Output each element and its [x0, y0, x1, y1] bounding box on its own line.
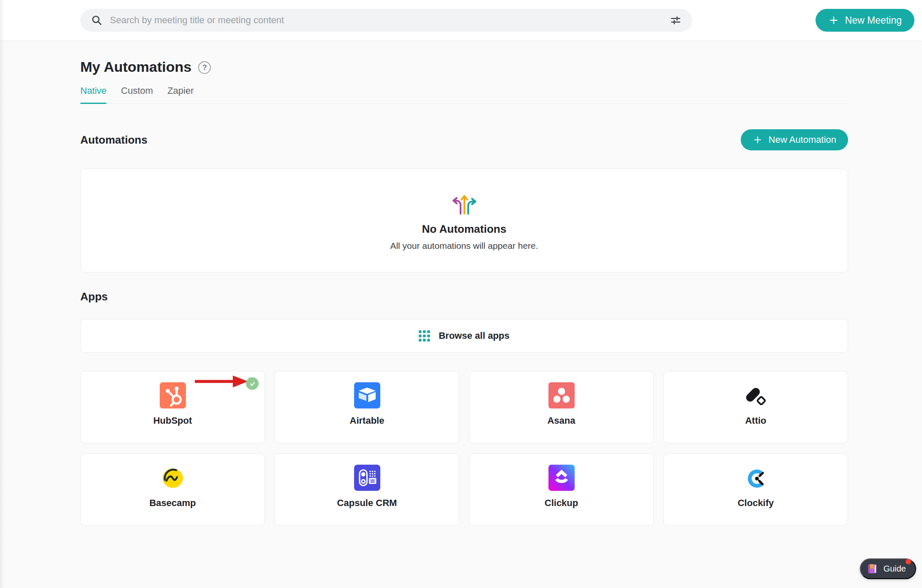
tab-bar: Native Custom Zapier [80, 85, 848, 104]
empty-state-subtitle: All your automations will appear here. [390, 241, 538, 251]
app-name: Clockify [738, 498, 774, 509]
browse-all-apps-label: Browse all apps [439, 330, 510, 341]
app-card-clickup[interactable]: Clickup [469, 453, 654, 526]
help-circle-icon[interactable]: ? [198, 61, 211, 74]
app-name: Attio [745, 415, 766, 426]
grid-icon [419, 330, 430, 342]
app-card-capsule-crm[interactable]: Capsule CRM [275, 453, 459, 526]
apps-heading: Apps [80, 290, 848, 303]
basecamp-icon [160, 465, 186, 491]
search-bar[interactable] [80, 9, 692, 32]
plus-icon [828, 15, 839, 26]
browse-all-apps-button[interactable]: Browse all apps [80, 319, 848, 353]
airtable-icon [354, 382, 380, 408]
new-automation-button[interactable]: New Automation [741, 129, 848, 150]
app-name: Airtable [350, 415, 385, 426]
app-name: HubSpot [153, 415, 192, 426]
tab-native[interactable]: Native [80, 85, 106, 103]
search-input[interactable] [110, 15, 663, 26]
notification-dot [906, 559, 911, 564]
app-card-attio[interactable]: Attio [663, 371, 848, 444]
topbar: New Meeting [0, 0, 922, 41]
app-name: Clickup [545, 498, 578, 509]
clockify-icon [743, 465, 769, 491]
attio-icon [743, 382, 769, 408]
guide-button[interactable]: Guide [860, 558, 916, 579]
main-content: My Automations ? Native Custom Zapier Au… [0, 41, 922, 526]
clickup-icon [548, 465, 575, 491]
app-card-airtable[interactable]: Airtable [275, 371, 459, 444]
tab-custom[interactable]: Custom [121, 85, 153, 103]
app-card-basecamp[interactable]: Basecamp [80, 453, 265, 526]
apps-grid: HubSpot Airtable [80, 371, 848, 526]
empty-state-title: No Automations [422, 223, 507, 236]
app-card-asana[interactable]: Asana [469, 371, 654, 444]
automations-heading: Automations [80, 133, 147, 147]
app-name: Basecamp [149, 498, 196, 509]
asana-icon [548, 382, 575, 408]
branching-arrows-icon [450, 191, 478, 216]
new-automation-label: New Automation [769, 134, 836, 145]
hubspot-icon [160, 382, 186, 408]
app-name: Asana [547, 415, 575, 426]
capsule-crm-icon [354, 465, 380, 491]
connected-check-icon [246, 377, 259, 390]
page-title: My Automations [80, 57, 191, 76]
red-arrow-annotation [193, 374, 249, 389]
new-meeting-button[interactable]: New Meeting [816, 9, 914, 32]
search-icon [91, 15, 102, 26]
app-name: Capsule CRM [337, 498, 397, 509]
app-card-clockify[interactable]: Clockify [663, 453, 848, 526]
plus-icon [753, 135, 763, 145]
automations-empty-state: No Automations All your automations will… [80, 169, 848, 272]
guide-label: Guide [884, 564, 906, 574]
app-card-hubspot[interactable]: HubSpot [80, 371, 265, 444]
book-icon [867, 563, 878, 574]
new-meeting-label: New Meeting [845, 15, 902, 26]
tab-zapier[interactable]: Zapier [167, 85, 194, 103]
filter-sliders-icon[interactable] [670, 15, 681, 26]
